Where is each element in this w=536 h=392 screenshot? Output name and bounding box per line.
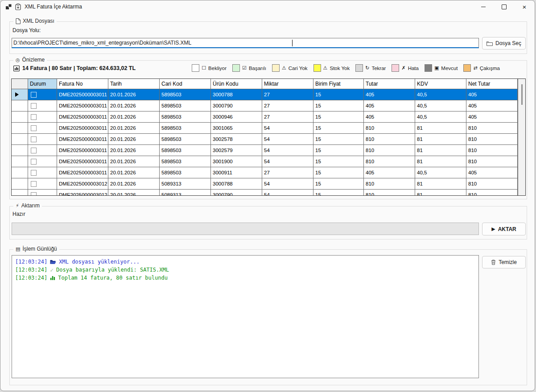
row-selector-cell[interactable] — [12, 167, 28, 178]
cell-durum[interactable] — [28, 134, 57, 145]
cell-birim-fiyat[interactable]: 15 — [313, 100, 364, 111]
cell-fatura-no[interactable]: DME2025000003011 — [57, 167, 108, 178]
table-row[interactable]: DME202500000301120.01.202658985033002579… — [12, 145, 525, 156]
cell-fatura-no[interactable]: DME2025000003012 — [57, 178, 108, 190]
cell-durum[interactable] — [28, 145, 57, 156]
cell-kdv[interactable]: 40,5 — [415, 89, 466, 100]
cell-cari-kod[interactable]: 5089313 — [160, 190, 211, 196]
cell-tutar[interactable]: 405 — [364, 89, 415, 100]
cell-miktar[interactable]: 54 — [262, 145, 313, 156]
row-selector-cell[interactable] — [12, 89, 28, 100]
cell-urun-kodu[interactable]: 3001065 — [211, 123, 262, 134]
cell-durum[interactable] — [28, 123, 57, 134]
table-row[interactable]: DME202500000301120.01.202658985033000911… — [12, 167, 525, 178]
durum-checkbox[interactable] — [31, 103, 37, 109]
cell-durum[interactable] — [28, 111, 57, 123]
column-header-cari-kod[interactable]: Cari Kod — [160, 79, 211, 89]
scrollbar-thumb[interactable] — [521, 84, 523, 105]
table-row[interactable]: DME202500000301120.01.202658985033001900… — [12, 156, 525, 167]
cell-tutar[interactable]: 810 — [364, 156, 415, 167]
cell-tarih[interactable]: 20.01.2026 — [108, 89, 160, 100]
durum-checkbox[interactable] — [31, 170, 37, 176]
cell-net-tutar[interactable]: 810 — [466, 156, 518, 167]
durum-checkbox[interactable] — [31, 114, 37, 120]
cell-urun-kodu[interactable]: 3001900 — [211, 156, 262, 167]
table-row[interactable]: DME202500000301120.01.202658985033002578… — [12, 134, 525, 145]
column-header-birim-fiyat[interactable]: Birim Fiyat — [313, 79, 364, 89]
cell-cari-kod[interactable]: 5898503 — [160, 134, 211, 145]
cell-miktar[interactable]: 27 — [262, 167, 313, 178]
cell-cari-kod[interactable]: 5089313 — [160, 178, 211, 190]
durum-checkbox[interactable] — [31, 148, 37, 153]
cell-tarih[interactable]: 20.01.2026 — [108, 111, 160, 123]
column-header-tarih[interactable]: Tarih — [108, 79, 160, 89]
cell-fatura-no[interactable]: DME2025000003011 — [57, 123, 108, 134]
table-row[interactable]: DME202500000301120.01.202658985033000788… — [12, 89, 525, 100]
cell-tarih[interactable]: 20.01.2026 — [108, 100, 160, 111]
cell-net-tutar[interactable]: 810 — [466, 190, 518, 196]
row-selector-cell[interactable] — [12, 178, 28, 190]
cell-miktar[interactable]: 54 — [262, 190, 313, 196]
durum-checkbox[interactable] — [31, 92, 37, 98]
cell-kdv[interactable]: 81 — [415, 190, 466, 196]
cell-miktar[interactable]: 54 — [262, 134, 313, 145]
cell-kdv[interactable]: 81 — [415, 178, 466, 190]
cell-durum[interactable] — [28, 190, 57, 196]
cell-cari-kod[interactable]: 5898503 — [160, 100, 211, 111]
cell-urun-kodu[interactable]: 3000790 — [211, 100, 262, 111]
column-header-net-tutar[interactable]: Net Tutar — [466, 79, 518, 89]
cell-miktar[interactable]: 54 — [262, 123, 313, 134]
row-selector-cell[interactable] — [12, 134, 28, 145]
row-selector-cell[interactable] — [12, 111, 28, 123]
cell-cari-kod[interactable]: 5898503 — [160, 89, 211, 100]
cell-kdv[interactable]: 40,5 — [415, 100, 466, 111]
row-selector-cell[interactable] — [12, 145, 28, 156]
column-header-durum[interactable]: Durum — [28, 79, 57, 89]
cell-urun-kodu[interactable]: 3002578 — [211, 134, 262, 145]
cell-kdv[interactable]: 81 — [415, 134, 466, 145]
cell-net-tutar[interactable]: 405 — [466, 89, 518, 100]
cell-tarih[interactable]: 20.01.2026 — [108, 156, 160, 167]
row-selector-header[interactable] — [12, 79, 28, 89]
cell-fatura-no[interactable]: DME2025000003012 — [57, 190, 108, 196]
invoice-grid[interactable]: DurumFatura NoTarihCari KodÜrün KoduMikt… — [11, 78, 526, 196]
select-file-button[interactable]: Dosya Seç — [482, 37, 526, 50]
cell-urun-kodu[interactable]: 3002579 — [211, 145, 262, 156]
cell-tutar[interactable]: 405 — [364, 100, 415, 111]
file-path-input[interactable]: D:\fxhoca\PROJECT\dimes_mikro_xml_entegr… — [12, 38, 479, 48]
cell-kdv[interactable]: 81 — [415, 123, 466, 134]
table-row[interactable]: DME202500000301120.01.202658985033000790… — [12, 100, 525, 111]
cell-kdv[interactable]: 81 — [415, 156, 466, 167]
cell-birim-fiyat[interactable]: 15 — [313, 123, 364, 134]
column-header-tutar[interactable]: Tutar — [364, 79, 415, 89]
cell-tutar[interactable]: 810 — [364, 145, 415, 156]
cell-tarih[interactable]: 20.01.2026 — [108, 190, 160, 196]
cell-net-tutar[interactable]: 405 — [466, 100, 518, 111]
cell-miktar[interactable]: 54 — [262, 156, 313, 167]
cell-net-tutar[interactable]: 810 — [466, 123, 518, 134]
column-header-miktar[interactable]: Miktar — [262, 79, 313, 89]
clear-log-button[interactable]: Temizle — [482, 256, 526, 268]
cell-fatura-no[interactable]: DME2025000003011 — [57, 89, 108, 100]
cell-birim-fiyat[interactable]: 15 — [313, 111, 364, 123]
cell-miktar[interactable]: 27 — [262, 100, 313, 111]
cell-net-tutar[interactable]: 810 — [466, 145, 518, 156]
cell-net-tutar[interactable]: 405 — [466, 167, 518, 178]
column-header-kdv[interactable]: KDV — [415, 79, 466, 89]
cell-fatura-no[interactable]: DME2025000003011 — [57, 145, 108, 156]
cell-cari-kod[interactable]: 5898503 — [160, 156, 211, 167]
cell-tarih[interactable]: 20.01.2026 — [108, 123, 160, 134]
cell-birim-fiyat[interactable]: 15 — [313, 167, 364, 178]
table-row[interactable]: DME202500000301220.01.202650893133000788… — [12, 178, 525, 190]
cell-durum[interactable] — [28, 156, 57, 167]
durum-checkbox[interactable] — [31, 192, 37, 196]
cell-cari-kod[interactable]: 5898503 — [160, 167, 211, 178]
table-row[interactable]: DME202500000301120.01.202658985033000946… — [12, 111, 525, 123]
row-selector-cell[interactable] — [12, 156, 28, 167]
cell-tutar[interactable]: 405 — [364, 111, 415, 123]
import-button[interactable]: ▶ AKTAR — [482, 223, 526, 235]
cell-urun-kodu[interactable]: 3000788 — [211, 89, 262, 100]
cell-urun-kodu[interactable]: 3000790 — [211, 190, 262, 196]
cell-durum[interactable] — [28, 100, 57, 111]
column-header--r-n-kodu[interactable]: Ürün Kodu — [211, 79, 262, 89]
